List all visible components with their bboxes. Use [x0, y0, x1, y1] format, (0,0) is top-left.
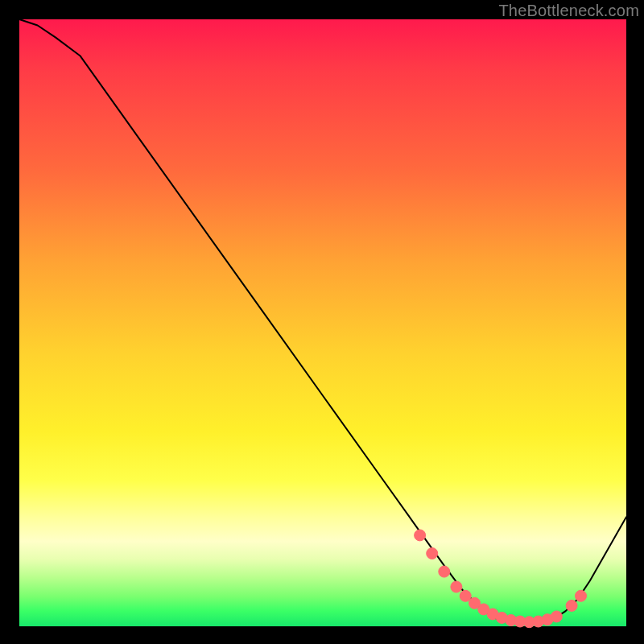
chart-svg	[19, 19, 626, 626]
bottleneck-curve	[19, 19, 626, 623]
valley-marker	[576, 590, 587, 601]
valley-marker	[415, 530, 426, 541]
valley-markers-group	[415, 530, 587, 628]
valley-marker	[439, 566, 450, 577]
valley-marker	[451, 581, 462, 592]
valley-marker	[551, 611, 562, 622]
chart-container: TheBottleneck.com	[0, 0, 644, 644]
valley-marker	[427, 548, 438, 559]
watermark-text: TheBottleneck.com	[498, 2, 639, 20]
valley-marker	[460, 590, 471, 601]
plot-area	[19, 19, 626, 626]
valley-marker	[566, 600, 577, 611]
